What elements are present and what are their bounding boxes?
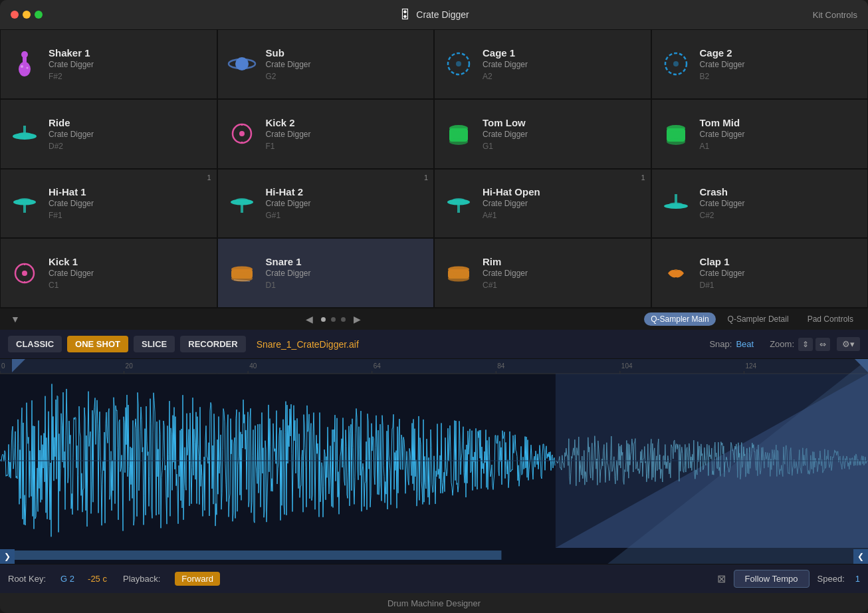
pad-name-12: Crash (700, 186, 745, 197)
pad-name-8: Tom Mid (700, 117, 745, 128)
settings-btn[interactable]: ⚙▾ (837, 337, 860, 351)
pad-kit-14: Crate Digger (266, 269, 311, 278)
pad-name-11: Hi-Hat Open (483, 186, 540, 197)
pad-note-4: B2 (700, 72, 745, 81)
pad-cell-1[interactable]: Shaker 1Crate DiggerF#2 (0, 29, 217, 99)
pad-number-9: 1 (207, 174, 211, 182)
tab-qsampler-detail[interactable]: Q-Sampler Detail (721, 312, 796, 326)
app-footer: Drum Machine Designer (0, 593, 868, 613)
pad-cell-7[interactable]: Tom LowCrate DiggerG1 (434, 99, 651, 169)
svg-point-28 (235, 198, 249, 202)
bottom-controls: Root Key: G 2 -25 c Playback: Forward ⊠ … (0, 564, 868, 593)
pad-icon-11 (443, 187, 475, 219)
svg-rect-13 (23, 126, 26, 135)
pad-icon-5 (9, 118, 41, 150)
pad-cell-10[interactable]: Hi-Hat 2Crate DiggerG#11 (217, 169, 435, 239)
svg-point-8 (456, 61, 461, 66)
pad-cell-8[interactable]: Tom MidCrate DiggerA1 (651, 99, 869, 169)
dot-2[interactable] (331, 317, 336, 322)
loop-icon[interactable]: ⊠ (717, 572, 726, 585)
root-key-label: Root Key: (8, 574, 46, 584)
pad-name-1: Shaker 1 (49, 47, 94, 59)
follow-tempo-btn[interactable]: Follow Tempo (734, 570, 810, 588)
pad-kit-16: Crate Digger (700, 269, 745, 278)
pad-cell-2[interactable]: SubCrate DiggerG2 (217, 29, 435, 99)
pad-name-16: Clap 1 (700, 256, 745, 267)
pad-info-10: Hi-Hat 2Crate DiggerG#1 (266, 186, 311, 220)
pad-cell-15[interactable]: RimCrate DiggerC#1 (434, 238, 651, 308)
pad-note-5: D#2 (49, 142, 94, 151)
svg-rect-26 (23, 203, 26, 213)
svg-point-46 (448, 275, 469, 281)
dot-3[interactable] (341, 317, 346, 322)
svg-point-23 (667, 138, 685, 145)
minimize-button[interactable] (23, 11, 31, 19)
playback-value[interactable]: Forward (175, 572, 220, 586)
pad-note-3: A2 (483, 72, 528, 81)
svg-point-2 (21, 51, 28, 58)
pad-note-15: C#1 (483, 281, 528, 290)
pad-kit-13: Crate Digger (49, 269, 94, 278)
root-key-value[interactable]: G 2 (60, 574, 74, 584)
close-button[interactable] (11, 11, 19, 19)
pad-kit-8: Crate Digger (700, 130, 745, 139)
zoom-fit-width[interactable]: ⇔ (815, 338, 830, 351)
pad-kit-11: Crate Digger (483, 199, 540, 208)
pad-note-10: G#1 (266, 211, 311, 220)
prev-arrow[interactable]: ◀ (303, 311, 316, 327)
pad-cell-9[interactable]: Hi-Hat 1Crate DiggerF#11 (0, 169, 217, 239)
pad-cell-11[interactable]: Hi-Hat OpenCrate DiggerA#11 (434, 169, 651, 239)
mode-recorder[interactable]: RECORDER (180, 336, 245, 352)
zoom-fit-height[interactable]: ⇕ (798, 338, 813, 351)
pad-info-6: Kick 2Crate DiggerF1 (266, 117, 311, 151)
mode-oneshot[interactable]: ONE SHOT (67, 336, 128, 352)
maximize-button[interactable] (35, 11, 43, 19)
pad-icon-13 (9, 257, 41, 289)
pad-info-12: CrashCrate DiggerC#2 (700, 186, 745, 220)
pad-cell-5[interactable]: RideCrate DiggerD#2 (0, 99, 217, 169)
pad-name-13: Kick 1 (49, 256, 94, 267)
kit-controls-btn[interactable]: Kit Controls (813, 10, 857, 20)
mode-slice[interactable]: SLICE (134, 336, 175, 352)
tab-qsampler-main[interactable]: Q-Sampler Main (644, 312, 715, 326)
svg-point-3 (21, 65, 23, 68)
pad-name-4: Cage 2 (700, 47, 745, 59)
mode-classic[interactable]: CLASSIC (8, 336, 62, 352)
pad-cell-16[interactable]: Clap 1Crate DiggerD#1 (651, 238, 869, 308)
pad-info-1: Shaker 1Crate DiggerF#2 (49, 47, 94, 81)
pad-cell-14[interactable]: Snare 1Crate DiggerD1 (217, 238, 435, 308)
speed-value[interactable]: 1 (855, 574, 860, 584)
pad-cell-6[interactable]: Kick 2Crate DiggerF1 (217, 99, 435, 169)
svg-point-19 (449, 125, 468, 132)
pad-note-13: C1 (49, 281, 94, 290)
svg-point-10 (673, 61, 679, 66)
title-bar: 🎛 Crate Digger Kit Controls (0, 0, 868, 29)
tab-pad-controls[interactable]: Pad Controls (801, 312, 860, 326)
sampler-panel: CLASSIC ONE SHOT SLICE RECORDER Snare_1_… (0, 330, 868, 593)
snap-value[interactable]: Beat (736, 339, 754, 349)
pad-note-8: A1 (700, 142, 745, 151)
pad-number-11: 1 (641, 174, 645, 182)
tune-value[interactable]: -25 c (88, 574, 107, 584)
collapse-arrow[interactable]: ▼ (8, 311, 23, 327)
pad-cell-12[interactable]: CrashCrate DiggerC#2 (651, 169, 869, 239)
pad-kit-1: Crate Digger (49, 60, 94, 69)
pad-name-7: Tom Low (483, 117, 528, 128)
pad-icon-2 (226, 48, 258, 80)
pad-info-11: Hi-Hat OpenCrate DiggerA#1 (483, 186, 540, 220)
pad-icon-7 (443, 118, 475, 150)
pad-name-9: Hi-Hat 1 (49, 186, 94, 197)
svg-rect-35 (675, 194, 677, 205)
pad-cell-13[interactable]: Kick 1Crate DiggerC1 (0, 238, 217, 308)
pad-cell-3[interactable]: Cage 1Crate DiggerA2 (434, 29, 651, 99)
scroll-right-btn[interactable]: ❮ (853, 549, 868, 564)
dot-1[interactable] (321, 317, 326, 322)
pad-name-14: Snare 1 (266, 256, 311, 267)
pad-name-2: Sub (266, 47, 311, 59)
filename-selector[interactable]: Snare_1_CrateDigger.aif (257, 339, 359, 350)
scroll-left-btn[interactable]: ❯ (0, 549, 15, 564)
pad-cell-4[interactable]: Cage 2Crate DiggerB2 (651, 29, 869, 99)
next-arrow[interactable]: ▶ (351, 311, 364, 327)
pad-info-7: Tom LowCrate DiggerG1 (483, 117, 528, 151)
waveform-container[interactable]: ❯ ❮ (0, 359, 868, 564)
